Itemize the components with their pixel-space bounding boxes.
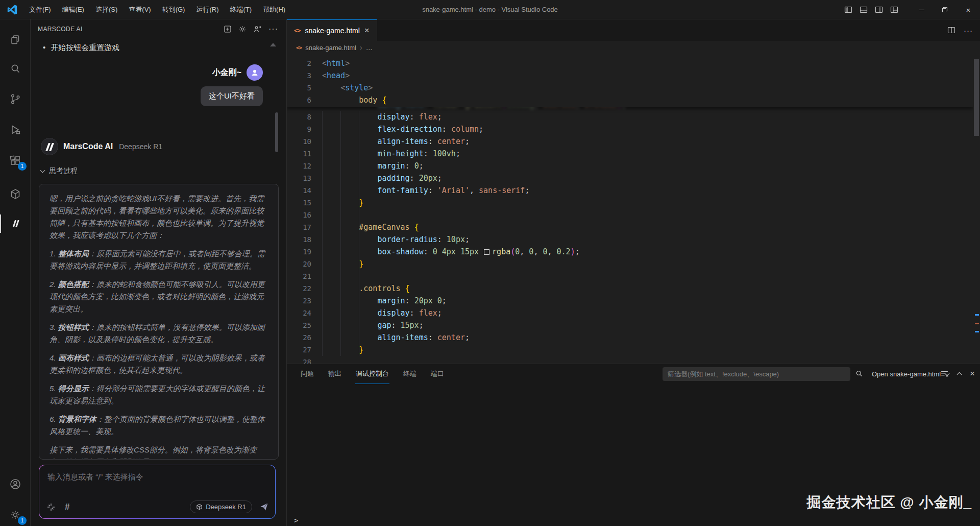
code-line: 23 margin: 20px 0;	[287, 295, 973, 307]
thinking-paragraph: 嗯，用户说之前的贪吃蛇游戏UI不好看，需要改进。首先，我需要回顾之前的代码，看看…	[50, 193, 268, 242]
sticky-scroll: 2<html>3<head>5 <style>6 body {	[287, 54, 973, 107]
panel-tab[interactable]: 端口	[430, 364, 445, 384]
thinking-paragraph: 3. 按钮样式：原来的按钮样式简单，没有悬停效果。可以添加圆角、阴影，以及悬停时…	[50, 321, 268, 346]
explorer-icon[interactable]	[0, 29, 31, 51]
toggle-secondary-sidebar-icon[interactable]	[875, 6, 883, 14]
menu-item[interactable]: 查看(V)	[123, 0, 156, 19]
menu-item[interactable]: 转到(G)	[157, 0, 191, 19]
console-source-dropdown[interactable]: Open snake-game.html	[869, 368, 952, 380]
extensions-icon[interactable]: 1	[0, 149, 31, 172]
account-icon[interactable]	[0, 473, 31, 495]
close-button[interactable]: ×	[957, 0, 980, 19]
send-icon[interactable]	[259, 502, 269, 512]
breadcrumb-separator-icon: ›	[360, 43, 362, 52]
code-line: 28	[287, 356, 973, 364]
bottom-panel: 问题输出调试控制台终端端口 筛选器(例如 text、!exclude、\esca…	[287, 364, 980, 526]
vscode-window: 文件(F)编辑(E)选择(S)查看(V)转到(G)运行(R)终端(T)帮助(H)…	[0, 0, 980, 526]
html-file-icon: <>	[294, 27, 300, 34]
scrollbar-thumb[interactable]	[974, 59, 979, 136]
clear-console-icon[interactable]	[940, 369, 949, 378]
code-line: 9 flex-direction: column;	[287, 123, 973, 135]
assistant-list-item: •开始按钮会重置游戏	[39, 43, 119, 53]
model-selector[interactable]: Deepseek R1	[190, 500, 252, 513]
panel-tab[interactable]: 输出	[328, 364, 342, 384]
thinking-paragraph: 2. 颜色搭配：原来的蛇和食物颜色可能不够吸引人。可以改用更现代的颜色方案，比如…	[50, 278, 268, 315]
menu-item[interactable]: 编辑(E)	[57, 0, 90, 19]
panel-tab[interactable]: 终端	[403, 364, 417, 384]
thinking-paragraph: 1. 整体布局：原界面元素可能没有居中，或者间距不够合理。需要将游戏内容居中显示…	[50, 248, 268, 272]
sidebar-title: MARSCODE AI	[38, 26, 83, 33]
code-line: 22 .controls {	[287, 282, 973, 295]
chat-settings-gear-icon[interactable]	[238, 25, 247, 33]
customize-layout-icon[interactable]	[890, 6, 898, 14]
chat-input[interactable]: 输入消息或者 “/” 来选择指令 # Deepseek R1	[39, 465, 275, 518]
panel-tabs: 问题输出调试控制台终端端口	[300, 364, 445, 384]
color-swatch[interactable]	[484, 249, 489, 255]
sidebar-header: MARSCODE AI ···	[31, 19, 286, 39]
code-line: 12 margin: 0;	[287, 160, 973, 172]
user-avatar	[247, 64, 263, 81]
thinking-toggle[interactable]: 思考过程	[41, 166, 78, 176]
activity-bar: 1 1	[0, 19, 31, 526]
panel-tab[interactable]: 调试控制台	[355, 364, 389, 384]
more-actions-icon[interactable]: ···	[268, 27, 278, 32]
settings-gear-icon[interactable]: 1	[0, 504, 31, 526]
new-chat-icon[interactable]	[224, 25, 232, 33]
code-line: 24 display: flex;	[287, 307, 973, 319]
editor-more-actions-icon[interactable]: ···	[964, 26, 973, 35]
window-title: snake-game.html - demo - Visual Studio C…	[422, 0, 558, 19]
cube-icon	[196, 504, 203, 510]
code-editor[interactable]: background: linear-gradient(135deg, #667…	[287, 54, 973, 364]
tab-bar: <> snake-game.html × ···	[287, 19, 980, 41]
scroll-up-arrow-icon[interactable]	[270, 43, 276, 46]
run-debug-icon[interactable]	[0, 118, 31, 141]
thinking-paragraph: 4. 画布样式：画布的边框可能太普通，可以改为阴影效果，或者更柔和的边框颜色，使…	[50, 352, 268, 376]
user-row: 小金刚~	[212, 64, 263, 81]
code-line: 10 align-items: center;	[287, 135, 973, 148]
skills-sparkle-icon[interactable]	[46, 503, 56, 512]
close-panel-icon[interactable]: ×	[970, 371, 975, 377]
menu-item[interactable]: 运行(R)	[190, 0, 224, 19]
assistant-model: Deepseek R1	[119, 142, 162, 151]
toggle-panel-icon[interactable]	[860, 6, 868, 14]
source-control-icon[interactable]	[0, 88, 31, 110]
code-line: 11 min-height: 100vh;	[287, 148, 973, 160]
menu-item[interactable]: 文件(F)	[23, 0, 57, 19]
toggle-sidebar-icon[interactable]	[844, 6, 852, 14]
panel-search-icon[interactable]	[854, 369, 864, 378]
assistant-name: MarsCode AI	[63, 142, 113, 151]
editor-scrollbar[interactable]	[973, 54, 980, 364]
menu-item[interactable]: 帮助(H)	[257, 0, 291, 19]
thinking-block: 嗯，用户说之前的贪吃蛇游戏UI不好看，需要改进。首先，我需要回顾之前的代码，看看…	[39, 184, 279, 460]
panel-tab[interactable]: 问题	[300, 364, 314, 384]
editor-group: <> snake-game.html × ··· <> snake-game.h…	[287, 19, 980, 526]
code-line: 18 border-radius: 10px;	[287, 233, 973, 246]
search-icon[interactable]	[0, 58, 31, 80]
menu-item[interactable]: 终端(T)	[224, 0, 257, 19]
container-icon[interactable]	[0, 183, 31, 205]
thinking-paragraph: 接下来，我需要具体修改CSS部分。例如，将背景色改为渐变色，按钮添加圆角和阴影效…	[50, 444, 268, 460]
code-line: 21	[287, 270, 973, 282]
panel-header: 问题输出调试控制台终端端口 筛选器(例如 text、!exclude、\esca…	[287, 364, 980, 384]
sidebar-scrollbar-thumb[interactable]	[275, 112, 278, 152]
share-profile-icon[interactable]	[253, 25, 262, 33]
context-hash-icon[interactable]: #	[65, 502, 69, 512]
split-editor-icon[interactable]	[947, 26, 955, 34]
vscode-logo-icon	[7, 5, 17, 15]
code-line: 27 }	[287, 344, 973, 356]
maximize-panel-icon[interactable]	[957, 372, 962, 377]
minimize-button[interactable]	[910, 0, 933, 19]
code-line: 5 <style>	[287, 82, 973, 94]
debug-console-input[interactable]: >	[287, 514, 980, 526]
menubar: 文件(F)编辑(E)选择(S)查看(V)转到(G)运行(R)终端(T)帮助(H)	[23, 0, 291, 19]
chat-input-container: 输入消息或者 “/” 来选择指令 # Deepseek R1	[39, 465, 276, 519]
filter-input[interactable]: 筛选器(例如 text、!exclude、\escape)	[663, 367, 850, 381]
breadcrumb[interactable]: <> snake-game.html › …	[287, 41, 980, 54]
marscode-logo-icon	[41, 138, 58, 155]
overview-ruler-mark	[975, 331, 979, 332]
menu-item[interactable]: 选择(S)	[90, 0, 123, 19]
tab-close-icon[interactable]: ×	[364, 27, 370, 34]
tab-snake-game[interactable]: <> snake-game.html ×	[287, 19, 377, 41]
restore-button[interactable]	[933, 0, 957, 19]
marscode-ai-icon[interactable]	[0, 212, 31, 235]
